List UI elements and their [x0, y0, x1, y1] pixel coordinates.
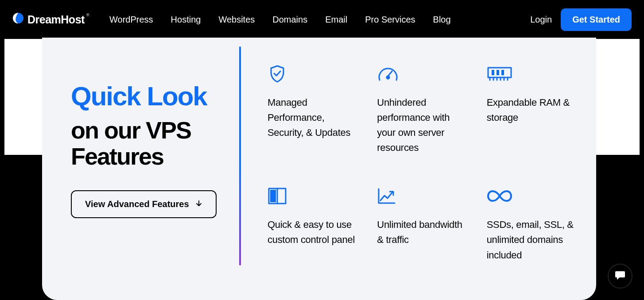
arrow-down-icon [195, 199, 202, 209]
panels-icon [268, 186, 359, 206]
brand-name: DreamHost [27, 13, 85, 26]
nav-item-hosting[interactable]: Hosting [171, 15, 201, 25]
gauge-icon [377, 64, 469, 84]
feature-panel: Quick & easy to use custom control panel [268, 186, 359, 262]
feature-text: SSDs, email, SSL, & unlimited domains in… [487, 217, 578, 262]
feature-text: Expandable RAM & storage [487, 95, 578, 125]
registered-mark: ® [86, 13, 89, 17]
top-nav: DreamHost ® WordPress Hosting Websites D… [0, 0, 644, 39]
infinity-icon [487, 186, 578, 206]
chat-bubble-icon [614, 269, 626, 283]
nav-item-proservices[interactable]: Pro Services [365, 15, 415, 25]
features-grid: Managed Performance, Security, & Updates… [241, 38, 596, 300]
nav-items: WordPress Hosting Websites Domains Email… [109, 15, 451, 25]
get-started-button[interactable]: Get Started [561, 8, 632, 31]
feature-text: Unhindered performance with your own ser… [377, 95, 469, 155]
page-title: Quick Look on our VPS Features [71, 82, 239, 170]
feature-performance: Unhindered performance with your own ser… [377, 64, 469, 155]
login-link[interactable]: Login [530, 15, 552, 25]
chart-up-icon [377, 186, 469, 206]
feature-ram: Expandable RAM & storage [487, 64, 578, 155]
feature-text: Unlimited bandwidth & traffic [377, 217, 469, 247]
svg-rect-4 [270, 190, 276, 202]
title-line-2: on our VPS [71, 117, 239, 143]
nav-item-blog[interactable]: Blog [433, 15, 451, 25]
advanced-features-label: View Advanced Features [85, 199, 189, 209]
view-advanced-features-button[interactable]: View Advanced Features [71, 190, 217, 218]
chat-widget-button[interactable] [608, 264, 632, 288]
feature-text: Managed Performance, Security, & Updates [268, 95, 359, 140]
feature-managed: Managed Performance, Security, & Updates [268, 64, 359, 155]
moon-icon [12, 12, 24, 27]
feature-included: SSDs, email, SSL, & unlimited domains in… [487, 186, 578, 262]
nav-item-wordpress[interactable]: WordPress [109, 15, 153, 25]
title-line-1: Quick Look [71, 82, 239, 111]
feature-text: Quick & easy to use custom control panel [268, 217, 359, 247]
nav-item-email[interactable]: Email [325, 15, 347, 25]
brand-logo[interactable]: DreamHost ® [12, 12, 91, 27]
feature-bandwidth: Unlimited bandwidth & traffic [377, 186, 469, 262]
hero-headline-block: Quick Look on our VPS Features View Adva… [42, 38, 239, 300]
title-line-3: Features [71, 143, 239, 169]
features-card: Quick Look on our VPS Features View Adva… [42, 38, 596, 300]
svg-rect-2 [488, 68, 511, 77]
nav-item-websites[interactable]: Websites [218, 15, 255, 25]
nav-item-domains[interactable]: Domains [272, 15, 307, 25]
ram-icon [487, 64, 578, 84]
shield-check-icon [268, 64, 359, 84]
